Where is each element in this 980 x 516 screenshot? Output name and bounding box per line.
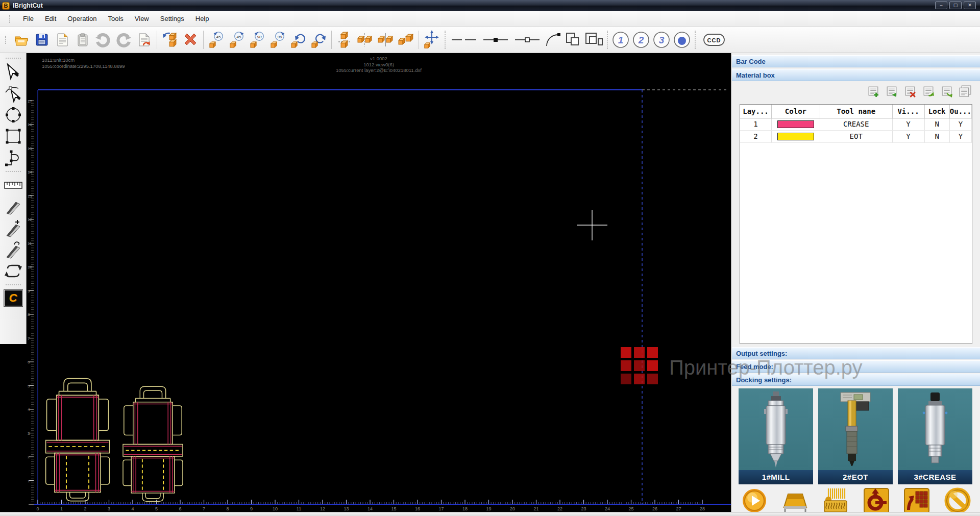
maximize-button[interactable]: ▢ (949, 2, 962, 9)
canvas-status-text: v1.0002 1012:view0(6) 1055:current layer… (27, 56, 731, 73)
move-layer-up-button[interactable] (922, 85, 935, 97)
delete-button[interactable] (180, 29, 201, 51)
import-document-button[interactable] (134, 29, 154, 51)
sequence-1-button[interactable]: 1 (610, 29, 631, 51)
knife-tool[interactable] (3, 196, 24, 217)
stop-button[interactable] (943, 488, 972, 513)
rotate-ccw-button[interactable] (288, 29, 308, 51)
move-layer-down-button[interactable] (941, 85, 953, 97)
sequence-3-button[interactable]: 3 (651, 29, 672, 51)
svg-text:8: 8 (226, 506, 229, 511)
menu-item[interactable]: Tools (102, 13, 129, 24)
layer-table-header[interactable]: Color (771, 105, 820, 118)
line-style-node-button[interactable] (480, 29, 511, 51)
brush-button[interactable] (821, 488, 850, 513)
start-button[interactable] (740, 488, 769, 513)
save-file-button[interactable] (32, 29, 52, 51)
redo-button[interactable] (113, 29, 134, 51)
dock-card-mill[interactable]: 1#MILL (739, 388, 813, 484)
arc-tool-button[interactable] (543, 29, 564, 51)
layer-number-cell: 2 (740, 130, 771, 142)
drawing-canvas[interactable]: 0123456789101112131415161718192021222324… (27, 53, 731, 512)
rotate-45-cw-button[interactable]: 45 (227, 29, 247, 51)
paste-button[interactable] (72, 29, 93, 51)
menu-item[interactable]: File (17, 13, 39, 24)
menu-item[interactable]: View (129, 13, 155, 24)
rotate-45-ccw-icon: 45 (208, 31, 225, 49)
machine-action-row (737, 488, 975, 513)
rotate-90-cw-button[interactable]: 90 (267, 29, 288, 51)
redo-icon (115, 32, 132, 48)
dock-card-eot[interactable]: 2#EOT (818, 388, 893, 484)
align-right-button[interactable] (396, 29, 416, 51)
menu-item[interactable]: Help (190, 13, 215, 24)
sequence-dot-button[interactable] (672, 29, 692, 51)
ellipse-tool[interactable] (3, 104, 24, 126)
group-button[interactable] (564, 29, 584, 51)
dock-card-crease[interactable]: 3#CREASE (898, 388, 972, 484)
layer-color-swatch[interactable] (777, 120, 814, 128)
line-style-node-icon (481, 35, 510, 45)
layer-table-header[interactable]: Tool nane (820, 105, 892, 118)
origin-button[interactable] (862, 488, 891, 513)
section-bar-code[interactable]: Bar Code (732, 55, 980, 67)
rectangle-tool[interactable] (3, 126, 24, 147)
svg-text:6: 6 (179, 506, 181, 511)
layer-table-header[interactable]: Vi... (892, 105, 924, 118)
layer-table-header[interactable]: Lay... (740, 105, 771, 118)
undo-button[interactable] (93, 29, 113, 51)
move-object-button[interactable] (422, 29, 442, 51)
svg-text:14: 14 (368, 506, 373, 511)
diecut-layout-1[interactable] (46, 379, 110, 501)
menu-item[interactable]: Edit (39, 13, 62, 24)
line-style-plain-button[interactable] (448, 29, 480, 51)
measure-tool[interactable] (3, 175, 24, 196)
line-style-point-button[interactable] (511, 29, 543, 51)
section-feed-mode[interactable]: Feed mode: (732, 360, 980, 373)
node-edit-tool[interactable] (3, 83, 24, 104)
rotate-object-button[interactable] (160, 29, 180, 51)
delete-layer-button[interactable] (904, 85, 917, 97)
rotate-45-ccw-button[interactable]: 45 (206, 29, 227, 51)
sidebar-separator (6, 171, 21, 172)
svg-text:10: 10 (28, 265, 32, 269)
new-document-button[interactable] (52, 29, 72, 51)
polyline-tool[interactable] (3, 147, 24, 168)
menu-item[interactable]: Settings (155, 13, 190, 24)
layer-row[interactable]: 2 EOT Y N Y (740, 130, 972, 142)
section-material-box[interactable]: Material box (732, 69, 980, 81)
add-layer-button[interactable] (867, 85, 880, 97)
ruler-icon (4, 179, 23, 191)
align-vertical-button[interactable] (334, 29, 355, 51)
knife-add-icon (4, 219, 22, 237)
svg-text:CCD: CCD (707, 37, 721, 43)
knife-add-tool[interactable] (3, 217, 24, 239)
layer-color-swatch[interactable] (777, 133, 814, 140)
open-file-button[interactable] (11, 29, 32, 51)
menu-item[interactable]: Operation (62, 13, 102, 24)
align-center-button[interactable] (375, 29, 396, 51)
rotate-90-ccw-button[interactable]: 90 (247, 29, 267, 51)
close-button[interactable]: ✕ (964, 2, 976, 9)
section-docking-settings[interactable]: Docking settings: (732, 374, 980, 386)
svg-text:13: 13 (344, 506, 349, 511)
svg-text:17: 17 (28, 99, 32, 104)
grid-calibrate-button[interactable] (902, 488, 932, 513)
layer-table-header[interactable]: Ou... (949, 105, 971, 118)
layer-table-header[interactable]: Lock (924, 105, 949, 118)
align-left-button[interactable] (355, 29, 375, 51)
layer-row[interactable]: 1 CREASE Y N Y (740, 118, 972, 130)
select-tool[interactable] (3, 61, 24, 83)
insert-layer-button[interactable] (886, 85, 898, 97)
diecut-layout-2[interactable] (123, 386, 183, 501)
ccd-button[interactable]: CCD (698, 29, 730, 51)
sequence-2-button[interactable]: 2 (631, 29, 651, 51)
section-output-settings[interactable]: Output settings: (732, 347, 980, 359)
loop-tool[interactable] (3, 260, 24, 282)
knife-curve-tool[interactable] (3, 239, 24, 260)
copy-layer-button[interactable] (959, 85, 972, 97)
minimize-button[interactable]: – (935, 2, 947, 9)
feeder-button[interactable] (780, 488, 810, 513)
rotate-cw-button[interactable] (308, 29, 329, 51)
ungroup-button[interactable] (584, 29, 604, 51)
